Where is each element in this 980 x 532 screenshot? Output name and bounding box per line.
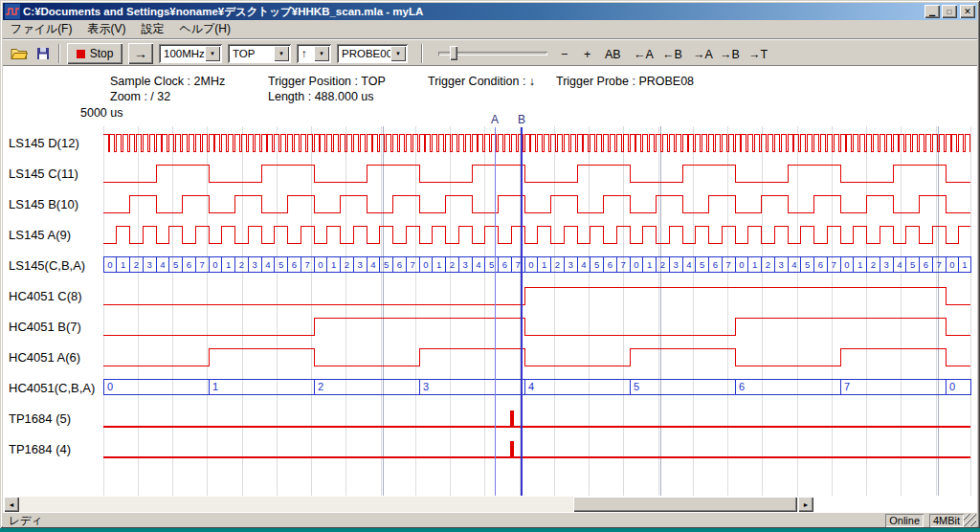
status-ready: レディ bbox=[9, 514, 42, 528]
svg-text:0: 0 bbox=[844, 259, 849, 270]
svg-text:7: 7 bbox=[620, 259, 625, 270]
menu-bar: ファイル(F)表示(V)設定ヘルプ(H) bbox=[3, 20, 977, 39]
waveform-6 bbox=[103, 318, 970, 335]
nav-button-5[interactable]: →A bbox=[691, 45, 715, 63]
svg-text:5: 5 bbox=[489, 259, 494, 270]
menu-item-0[interactable]: ファイル(F) bbox=[3, 19, 79, 39]
svg-text:5: 5 bbox=[805, 259, 810, 270]
svg-text:5: 5 bbox=[384, 259, 389, 270]
waveform-9 bbox=[103, 411, 970, 427]
svg-text:3: 3 bbox=[146, 259, 151, 270]
svg-text:6: 6 bbox=[502, 259, 507, 270]
svg-text:6: 6 bbox=[818, 259, 823, 270]
resize-grip[interactable] bbox=[964, 514, 976, 526]
svg-text:5: 5 bbox=[910, 259, 915, 270]
maximize-button[interactable]: □ bbox=[942, 5, 957, 18]
svg-text:0: 0 bbox=[528, 259, 533, 270]
svg-text:5: 5 bbox=[634, 381, 639, 392]
scroll-right-icon[interactable]: ► bbox=[798, 497, 813, 512]
svg-text:3: 3 bbox=[568, 259, 572, 270]
menu-item-1[interactable]: 表示(V) bbox=[79, 19, 133, 39]
trigger-probe-value: PROBE00 bbox=[342, 48, 392, 59]
close-button[interactable]: ✕ bbox=[960, 5, 975, 18]
svg-text:0: 0 bbox=[949, 381, 955, 392]
horizontal-scrollbar[interactable]: ◄ ► bbox=[4, 497, 813, 512]
run-button[interactable]: → bbox=[128, 43, 153, 64]
scrollbar-thumb[interactable] bbox=[573, 497, 797, 512]
svg-text:5: 5 bbox=[278, 259, 283, 270]
svg-text:1: 1 bbox=[436, 259, 441, 270]
nav-button-2[interactable]: AB bbox=[603, 45, 623, 63]
chevron-down-icon[interactable]: ▼ bbox=[205, 46, 220, 61]
svg-text:6: 6 bbox=[924, 259, 928, 270]
svg-text:1: 1 bbox=[212, 381, 218, 392]
svg-text:3: 3 bbox=[462, 259, 467, 270]
trigger-edge-combo[interactable]: ↑ ▼ bbox=[297, 44, 331, 63]
svg-text:6: 6 bbox=[739, 381, 745, 392]
svg-text:4: 4 bbox=[160, 259, 165, 270]
svg-text:A: A bbox=[491, 113, 499, 126]
svg-text:7: 7 bbox=[304, 259, 309, 270]
floppy-icon bbox=[36, 47, 50, 60]
svg-text:0: 0 bbox=[423, 259, 428, 270]
svg-text:4: 4 bbox=[265, 259, 270, 270]
nav-button-0[interactable]: − bbox=[559, 45, 569, 63]
nav-button-1[interactable]: + bbox=[582, 45, 592, 63]
nav-button-4[interactable]: ←B bbox=[660, 45, 684, 63]
menu-item-3[interactable]: ヘルプ(H) bbox=[171, 19, 238, 39]
status-bar: レディ Online 4MBit bbox=[3, 512, 977, 527]
svg-text:4: 4 bbox=[686, 259, 691, 270]
svg-text:2: 2 bbox=[871, 259, 876, 270]
save-button[interactable] bbox=[32, 43, 55, 64]
svg-text:0: 0 bbox=[212, 259, 217, 270]
stop-label: Stop bbox=[90, 47, 114, 60]
nav-button-3[interactable]: ←A bbox=[632, 45, 656, 63]
svg-text:3: 3 bbox=[252, 259, 256, 270]
waveform-0 bbox=[103, 134, 970, 151]
svg-text:2: 2 bbox=[318, 381, 323, 392]
svg-text:5: 5 bbox=[700, 259, 704, 270]
chevron-down-icon[interactable]: ▼ bbox=[274, 46, 289, 61]
minimize-button[interactable]: ▁ bbox=[924, 5, 940, 18]
trigger-position-value: TOP bbox=[233, 48, 255, 59]
svg-text:7: 7 bbox=[199, 259, 204, 270]
svg-text:4: 4 bbox=[581, 259, 586, 270]
trigger-edge-value: ↑ bbox=[301, 48, 307, 59]
sample-clock-combo[interactable]: 100MHz ▼ bbox=[159, 44, 222, 63]
nav-button-7[interactable]: →T bbox=[746, 45, 769, 63]
svg-text:4: 4 bbox=[791, 259, 796, 270]
nav-button-6[interactable]: →B bbox=[718, 45, 742, 63]
waveform-display: 0123456701234567012345670123456701234567… bbox=[3, 66, 977, 512]
chevron-down-icon[interactable]: ▼ bbox=[314, 46, 329, 61]
svg-text:1: 1 bbox=[331, 259, 336, 270]
chevron-down-icon[interactable]: ▼ bbox=[390, 46, 406, 61]
svg-text:4: 4 bbox=[897, 259, 902, 270]
svg-text:2: 2 bbox=[660, 259, 665, 270]
svg-text:2: 2 bbox=[345, 259, 349, 270]
stop-button[interactable]: Stop bbox=[67, 43, 122, 64]
svg-text:3: 3 bbox=[883, 259, 888, 270]
svg-text:6: 6 bbox=[397, 259, 402, 270]
svg-text:1: 1 bbox=[752, 259, 757, 270]
svg-text:1: 1 bbox=[121, 259, 125, 270]
svg-text:B: B bbox=[518, 113, 525, 126]
svg-text:7: 7 bbox=[831, 259, 835, 270]
open-button[interactable] bbox=[8, 43, 31, 64]
menu-item-2[interactable]: 設定 bbox=[133, 19, 171, 39]
app-icon bbox=[5, 4, 20, 19]
svg-text:4: 4 bbox=[370, 259, 375, 270]
svg-text:2: 2 bbox=[450, 259, 455, 270]
trigger-probe-combo[interactable]: PROBE00 ▼ bbox=[337, 44, 408, 63]
svg-text:1: 1 bbox=[858, 259, 862, 270]
zoom-slider-thumb[interactable] bbox=[450, 46, 457, 60]
svg-text:6: 6 bbox=[713, 259, 718, 270]
trigger-position-combo[interactable]: TOP ▼ bbox=[228, 44, 291, 63]
svg-text:0: 0 bbox=[107, 259, 112, 270]
client-area: Sample Clock : 2MHz Trigger Position : T… bbox=[3, 66, 977, 512]
waveform-5 bbox=[103, 287, 970, 304]
status-online: Online bbox=[885, 514, 924, 527]
svg-text:4: 4 bbox=[476, 259, 480, 270]
scroll-left-icon[interactable]: ◄ bbox=[4, 497, 19, 512]
status-memory: 4MBit bbox=[929, 514, 964, 527]
waveform-10 bbox=[103, 442, 970, 457]
